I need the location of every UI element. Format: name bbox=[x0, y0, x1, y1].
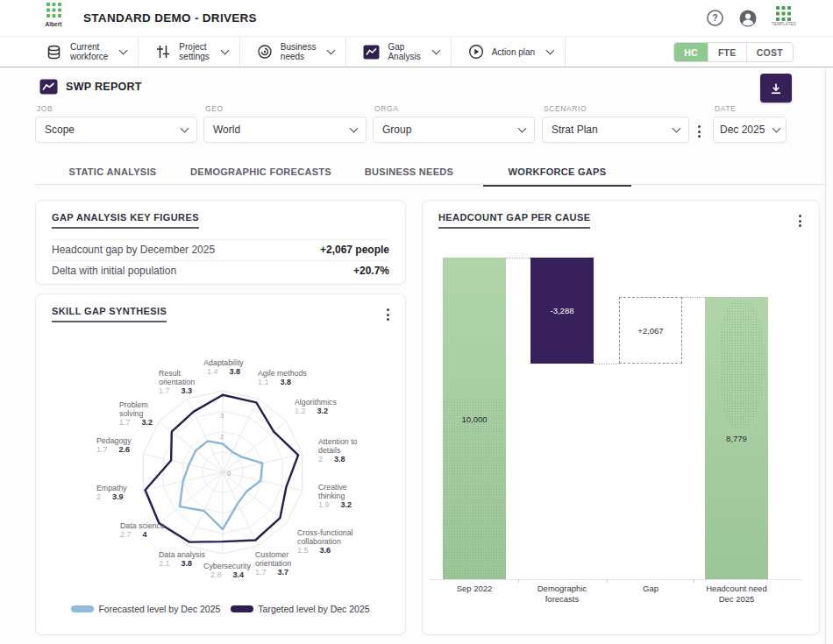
report-title: SWP REPORT bbox=[66, 81, 142, 93]
tab-static-analysis[interactable]: STATIC ANALYSIS bbox=[39, 160, 187, 187]
radar-axis-values: 1.23.2 bbox=[295, 407, 328, 415]
bar-value-label: -3,288 bbox=[530, 306, 594, 315]
help-icon: ? bbox=[706, 9, 724, 27]
filter-value: World bbox=[213, 124, 240, 136]
radar-axis-label: Cross-functional bbox=[297, 528, 353, 537]
skill-gap-radar-chart: 2340Adaptability1.43.8Agile methods1.13.… bbox=[36, 340, 407, 603]
nav-label-line: Action plan bbox=[492, 47, 535, 57]
chevron-down-icon bbox=[673, 124, 681, 133]
filter-select-scenario[interactable]: Strat Plan bbox=[542, 117, 689, 143]
filter-label: SCENARIO bbox=[544, 104, 689, 113]
waterfall-category-label: Headcount needDec 2025 bbox=[684, 584, 789, 604]
filter-date: DATE Dec 2025 bbox=[713, 104, 787, 143]
filter-label: GEO bbox=[205, 104, 367, 113]
waterfall-bar: 8,779 bbox=[705, 297, 768, 579]
filter-value: Group bbox=[382, 124, 411, 136]
templates-label: TEMPLATES bbox=[772, 22, 796, 26]
target-swatch bbox=[231, 605, 253, 612]
bar-texture bbox=[721, 300, 765, 429]
avatar-icon bbox=[738, 9, 758, 28]
nav-item-action-plan[interactable]: Action plan bbox=[452, 37, 566, 67]
filter-select-job[interactable]: Scope bbox=[35, 117, 197, 143]
toggle-fte[interactable]: FTE bbox=[708, 43, 746, 61]
radar-axis-label: Cybersecurity bbox=[203, 562, 251, 570]
app-logo[interactable]: Albert bbox=[39, 3, 68, 34]
tab-demographic-forecasts[interactable]: DEMOGRAPHIC FORECASTS bbox=[187, 160, 335, 187]
filter-value: Scope bbox=[45, 124, 75, 136]
account-button[interactable] bbox=[738, 9, 758, 28]
toggle-hc[interactable]: HC bbox=[674, 43, 708, 61]
table-row: Headcount gap by December 2025 +2,067 pe… bbox=[52, 239, 389, 260]
radar-axis-label: Problem bbox=[119, 400, 148, 409]
sliders-icon bbox=[155, 44, 171, 60]
templates-button[interactable]: TEMPLATES bbox=[772, 6, 796, 26]
report-tabs: STATIC ANALYSIS DEMOGRAPHIC FORECASTS BU… bbox=[39, 160, 631, 187]
filter-geo: GEO World bbox=[203, 104, 367, 143]
legend-item-forecast: Forecasted level by Dec 2025 bbox=[71, 604, 220, 614]
legend-label: Targeted level by Dec 2025 bbox=[258, 604, 369, 614]
card-title: GAP ANALYSIS KEY FIGURES bbox=[52, 212, 199, 229]
chevron-down-icon bbox=[119, 46, 128, 54]
filter-value: Strat Plan bbox=[552, 124, 598, 136]
radar-axis-values: 23.9 bbox=[96, 492, 124, 501]
radar-axis-label: collaboration bbox=[297, 537, 341, 546]
scrollbar[interactable] bbox=[825, 68, 833, 644]
radar-axis-label: orientation bbox=[159, 378, 195, 386]
filter-job: JOB Scope bbox=[35, 104, 197, 143]
headcount-gap-per-cause-card: HEADCOUNT GAP PER CAUSE 10,000Sep 2022-3… bbox=[422, 200, 820, 635]
filter-label: DATE bbox=[715, 104, 787, 113]
waterfall-connector bbox=[506, 258, 530, 258]
chevron-down-icon bbox=[518, 124, 527, 133]
nav-item-business-needs[interactable]: Businessneeds bbox=[240, 37, 347, 67]
row-value: +2,067 people bbox=[320, 244, 389, 256]
radar-axis-label: Result bbox=[159, 369, 181, 378]
radar-axis-label: solving bbox=[119, 409, 143, 418]
key-figures-table: Headcount gap by December 2025 +2,067 pe… bbox=[52, 239, 389, 281]
radar-axis-values: 1.93.2 bbox=[318, 500, 352, 509]
help-button[interactable]: ? bbox=[706, 9, 724, 27]
report-header: SWP REPORT bbox=[39, 79, 142, 95]
card-more-button[interactable] bbox=[381, 305, 395, 324]
filter-label: ORGA bbox=[374, 104, 535, 113]
tab-business-needs[interactable]: BUSINESS NEEDS bbox=[335, 160, 483, 187]
tab-workforce-gaps[interactable]: WORKFORCE GAPS bbox=[483, 160, 631, 187]
radar-axis-values: 1.13.8 bbox=[258, 378, 291, 386]
radar-axis-values: 2.74 bbox=[120, 530, 147, 539]
radar-axis-label: Algorithmics bbox=[295, 398, 338, 407]
filter-select-orga[interactable]: Group bbox=[373, 117, 535, 143]
radar-axis-label: Pedagogy bbox=[96, 436, 132, 445]
waterfall-bar: +2,067 bbox=[619, 297, 682, 364]
radar-ring-label: 0 bbox=[227, 470, 231, 478]
nav-item-current-workforce[interactable]: Currentworkforce bbox=[29, 37, 139, 67]
nav-label-line: settings bbox=[179, 52, 209, 61]
chevron-down-icon bbox=[772, 124, 781, 133]
database-icon bbox=[46, 44, 62, 60]
chevron-down-icon bbox=[350, 124, 359, 133]
row-label: Headcount gap by December 2025 bbox=[52, 244, 215, 256]
waterfall-axis-tick bbox=[607, 579, 608, 583]
page-title: STANDARD DEMO - DRIVERS bbox=[83, 11, 257, 25]
row-label: Delta with initial population bbox=[52, 265, 176, 277]
filter-select-date[interactable]: Dec 2025 bbox=[713, 117, 787, 143]
nav-label-line: Gap bbox=[388, 42, 420, 52]
radar-axis-values: 1.72.6 bbox=[96, 445, 130, 454]
play-icon bbox=[468, 44, 484, 60]
report-main: SWP REPORT JOB Scope GEO World ORGA bbox=[0, 68, 833, 644]
radar-axis-values: 1.53.6 bbox=[297, 546, 331, 555]
app-window: Albert STANDARD DEMO - DRIVERS ? bbox=[0, 0, 833, 644]
radar-axis-label: Customer bbox=[255, 550, 288, 559]
waterfall-axis-tick bbox=[518, 579, 519, 583]
bar-texture bbox=[443, 399, 506, 579]
nav-item-project-settings[interactable]: Projectsettings bbox=[139, 37, 239, 67]
waterfall-bar: 10,000 bbox=[443, 258, 506, 579]
radar-axis-values: 2.13.8 bbox=[159, 559, 192, 568]
download-button[interactable] bbox=[760, 74, 792, 103]
filter-select-geo[interactable]: World bbox=[203, 117, 367, 143]
toggle-cost[interactable]: COST bbox=[746, 43, 793, 61]
waterfall-bar: -3,288 bbox=[530, 258, 594, 364]
nav-item-gap-analysis[interactable]: GapAnalysis bbox=[346, 37, 451, 67]
scenario-more-button[interactable] bbox=[692, 122, 706, 141]
radar-axis-values: 2.83.4 bbox=[210, 570, 244, 579]
radar-axis-label: Attention to bbox=[318, 437, 358, 446]
bar-value-label: 10,000 bbox=[443, 414, 506, 423]
